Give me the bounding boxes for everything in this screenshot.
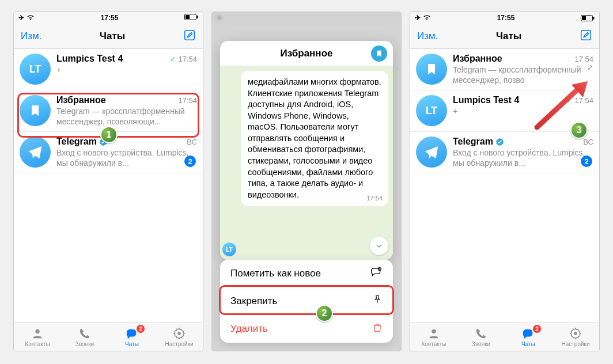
page-title: Чаты [100, 31, 125, 42]
avatar: LT [416, 95, 447, 126]
compose-button[interactable] [183, 29, 196, 44]
unread-badge: 2 [184, 156, 196, 167]
tab-badge: 2 [136, 324, 145, 333]
airplane-icon: ✈︎ [415, 14, 421, 22]
preview-title: Избранное [281, 48, 333, 59]
chat-time: 17:54 [574, 55, 593, 63]
screenshot-2: ✈︎ Избранное медиафайлами многих формато… [211, 12, 402, 351]
chat-unread-icon [370, 266, 383, 280]
chat-time: ВС [187, 138, 197, 146]
chat-name: Избранное [56, 95, 106, 105]
svg-point-12 [574, 332, 577, 335]
unread-badge: 2 [581, 156, 592, 167]
airplane-icon: ✈︎ [18, 14, 24, 22]
bubble-time: 17:54 [366, 194, 383, 203]
wifi-icon [423, 14, 431, 22]
chat-preview: Вход с нового устройства. Lumpics, мы об… [453, 148, 593, 168]
svg-rect-10 [581, 30, 591, 40]
chat-name: Telegram [56, 136, 108, 147]
chat-row[interactable]: LT Lumpics Test 4 ✓17:54 + [14, 49, 203, 90]
tab-calls[interactable]: Звонки [61, 323, 108, 351]
chat-preview: Telegram — кроссплатформенный мессенджер… [453, 65, 593, 85]
tab-bar: Контакты Звонки Чаты 2 Настройки [410, 323, 599, 351]
svg-rect-1 [186, 15, 190, 19]
navbar: Изм. Чаты [14, 24, 203, 49]
svg-rect-8 [582, 16, 586, 20]
chat-preview: + [453, 107, 593, 117]
scroll-down-button[interactable] [370, 237, 388, 255]
chat-time: ✓17:54 [566, 96, 593, 105]
svg-point-11 [432, 329, 436, 333]
telegram-icon [416, 136, 447, 168]
tab-chats[interactable]: Чаты 2 [108, 323, 156, 351]
chat-name: Избранное [453, 54, 502, 64]
tab-contacts[interactable]: Контакты [410, 323, 457, 351]
pinned-icon [585, 63, 593, 74]
saved-icon [371, 46, 387, 62]
avatar: LT [20, 54, 51, 85]
tab-badge: 2 [532, 324, 542, 333]
tab-chats[interactable]: Чаты 2 [505, 323, 552, 351]
tab-bar: Контакты Звонки Чаты 2 Настройки [14, 323, 203, 351]
battery-icon [184, 14, 198, 22]
status-bar: ✈︎ 17:55 [14, 12, 203, 24]
chat-time: 17:54 [178, 96, 197, 105]
edit-button[interactable]: Изм. [21, 31, 41, 42]
tab-settings[interactable]: Настройки [156, 323, 203, 351]
action-delete[interactable]: Удалить [220, 315, 393, 343]
pin-icon [372, 294, 383, 308]
chat-list: LT Lumpics Test 4 ✓17:54 + Избранное 17:… [14, 49, 203, 323]
tab-contacts[interactable]: Контакты [14, 323, 61, 351]
chat-name: Lumpics Test 4 [453, 95, 519, 105]
status-bar: ✈︎ 17:55 [410, 12, 599, 24]
chat-time: ВС [583, 138, 593, 146]
context-menu: Пометить как новое Закрепить Удалить [220, 260, 393, 343]
chat-name: Lumpics Test 4 [56, 54, 123, 64]
saved-icon [20, 95, 51, 126]
chat-row-saved[interactable]: Избранное 17:54 Telegram — кроссплатформ… [410, 49, 599, 90]
action-mark-unread[interactable]: Пометить как новое [220, 260, 393, 287]
step-badge-2: 2 [316, 305, 333, 322]
svg-rect-9 [593, 17, 594, 20]
status-time: 17:55 [101, 14, 119, 22]
chat-name: Telegram [453, 136, 504, 147]
screenshot-3: ✈︎ 17:55 Изм. Чаты Избранное 17:54 [410, 12, 600, 351]
step-badge-1: 1 [100, 126, 118, 143]
telegram-icon [20, 136, 51, 168]
compose-button[interactable] [580, 29, 592, 44]
chat-row[interactable]: Telegram ВС Вход с нового устройства. Lu… [410, 132, 599, 173]
check-icon: ✓ [566, 96, 573, 105]
tab-settings[interactable]: Настройки [552, 323, 599, 351]
svg-rect-2 [196, 16, 198, 18]
action-pin[interactable]: Закрепить [220, 287, 393, 315]
chat-list: Избранное 17:54 Telegram — кроссплатформ… [410, 49, 599, 323]
saved-icon [416, 54, 447, 85]
chat-preview-card[interactable]: Избранное медиафайлами многих форматов. … [220, 41, 393, 260]
chat-preview: Вход с нового устройства. Lumpics, мы об… [56, 148, 197, 168]
step-badge-3: 3 [570, 122, 588, 139]
tab-calls[interactable]: Звонки [457, 323, 505, 351]
wifi-icon [27, 14, 35, 22]
chat-time: ✓17:54 [170, 55, 197, 63]
message-bubble: медиафайлами многих форматов. Клиентские… [241, 71, 388, 206]
trash-icon [372, 322, 383, 336]
status-time: 17:55 [497, 14, 515, 22]
svg-point-5 [177, 332, 181, 335]
mini-avatar: LT [222, 242, 236, 256]
navbar: Изм. Чаты [410, 24, 599, 49]
svg-rect-3 [185, 30, 195, 40]
page-title: Чаты [496, 31, 521, 42]
chat-preview: Telegram — кроссплатформенный мессенджер… [56, 107, 197, 127]
svg-point-4 [35, 329, 39, 333]
screenshot-1: ✈︎ 17:55 Изм. Чаты LT Lumpics Test 4 ✓17… [13, 12, 203, 351]
check-icon: ✓ [170, 55, 176, 63]
verified-icon [495, 138, 504, 146]
chat-preview: + [56, 65, 197, 75]
edit-button[interactable]: Изм. [417, 31, 438, 42]
